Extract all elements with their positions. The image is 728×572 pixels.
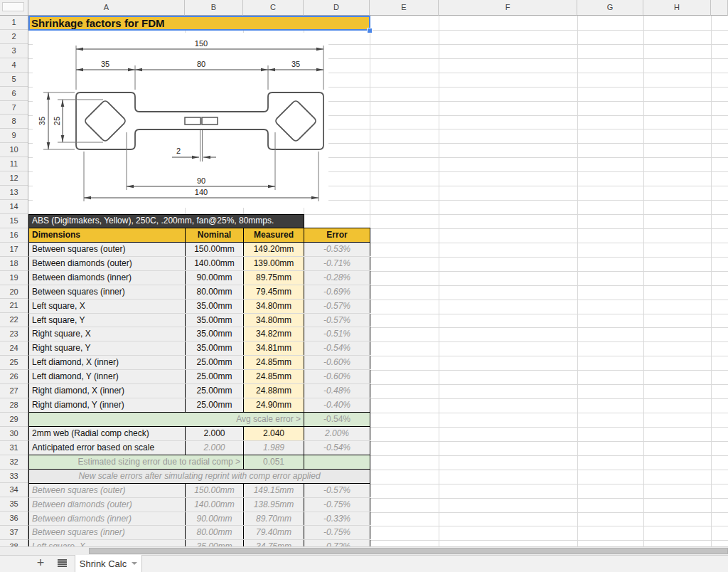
row-header-9[interactable]: 9	[0, 129, 28, 143]
row-header-33[interactable]: 33	[0, 470, 28, 484]
cell-dimension[interactable]: Between diamonds (outer)	[29, 257, 186, 270]
row-header-34[interactable]: 34	[0, 483, 28, 497]
cell-measured[interactable]: 89.70mm	[244, 512, 304, 526]
row-header-16[interactable]: 16	[0, 228, 28, 243]
row-header-17[interactable]: 17	[0, 243, 28, 257]
cell-dimension[interactable]: 2mm web (Radial comp check)	[29, 427, 186, 440]
cell-dimension[interactable]: Between diamonds (inner)	[29, 512, 186, 526]
cell-measured[interactable]: 138.95mm	[244, 498, 304, 512]
cell-nominal[interactable]: 2.000	[186, 441, 244, 455]
row-header-12[interactable]: 12	[0, 171, 28, 186]
row-header-22[interactable]: 22	[0, 313, 28, 327]
cell-dimension[interactable]: Left diamond, Y (inner)	[29, 370, 186, 383]
cell-measured[interactable]: 24.90mm	[244, 398, 304, 412]
spec-cell[interactable]: ABS (Digitmakers, Yellow), 250C, .200mm,…	[29, 214, 304, 228]
cell-dimension[interactable]: Between squares (inner)	[29, 285, 186, 299]
cell-dimension[interactable]: Right diamond, X (inner)	[29, 384, 186, 398]
row-header-37[interactable]: 37	[0, 526, 28, 540]
estimated-error-label[interactable]: Estimated sizing error due to radial com…	[29, 455, 244, 469]
row-header-13[interactable]: 13	[0, 186, 28, 200]
cell-measured[interactable]: 89.75mm	[244, 271, 304, 285]
row-header-25[interactable]: 25	[0, 356, 28, 370]
avg-scale-error-value[interactable]: -0.54%	[304, 413, 370, 426]
column-header-B[interactable]: B	[185, 0, 243, 16]
row-header-24[interactable]: 24	[0, 341, 28, 356]
cell-measured[interactable]: 34.82mm	[244, 327, 304, 341]
cell-nominal[interactable]: 25.00mm	[186, 398, 244, 412]
cell-measured[interactable]: 34.80mm	[244, 314, 304, 327]
row-header-35[interactable]: 35	[0, 497, 28, 512]
cell-error[interactable]: -0.57%	[304, 484, 370, 497]
row-header-4[interactable]: 4	[0, 58, 28, 73]
avg-scale-error-label[interactable]: Avg scale error >	[29, 413, 304, 426]
cell-nominal[interactable]: 80.00mm	[186, 285, 244, 299]
row-header-20[interactable]: 20	[0, 285, 28, 300]
cell-dimension[interactable]: Between diamonds (inner)	[29, 271, 186, 285]
row-header-11[interactable]: 11	[0, 157, 28, 171]
column-header-A[interactable]: A	[28, 0, 185, 16]
cell-nominal[interactable]: 150.00mm	[186, 243, 244, 256]
row-header-29[interactable]: 29	[0, 413, 28, 427]
cell-error[interactable]: -0.75%	[304, 526, 370, 539]
header-error[interactable]: Error	[304, 228, 370, 242]
cell-nominal[interactable]: 35.00mm	[186, 540, 244, 546]
cell-error[interactable]: -0.48%	[304, 384, 370, 398]
cell-dimension[interactable]: Between diamonds (outer)	[29, 498, 186, 512]
column-header-D[interactable]: D	[304, 0, 370, 16]
cell-dimension[interactable]: Between squares (inner)	[29, 526, 186, 539]
cell-nominal[interactable]: 80.00mm	[186, 526, 244, 539]
selection-fill-handle[interactable]	[367, 28, 373, 33]
row-header-14[interactable]: 14	[0, 200, 28, 214]
cell-dimension[interactable]: Left square, X	[29, 540, 186, 546]
row-header-27[interactable]: 27	[0, 384, 28, 398]
header-measured[interactable]: Measured	[244, 228, 304, 242]
row-header-2[interactable]: 2	[0, 30, 28, 44]
row-header-7[interactable]: 7	[0, 101, 28, 115]
select-all-corner[interactable]	[0, 0, 28, 16]
cell-dimension[interactable]: Right square, X	[29, 327, 186, 341]
row-header-36[interactable]: 36	[0, 512, 28, 526]
row-header-18[interactable]: 18	[0, 257, 28, 271]
row-header-3[interactable]: 3	[0, 44, 28, 58]
row-header-28[interactable]: 28	[0, 398, 28, 413]
cell-error[interactable]: -0.54%	[304, 341, 370, 355]
row-header-38[interactable]: 38	[0, 540, 28, 546]
cell-nominal[interactable]: 90.00mm	[186, 271, 244, 285]
column-header-F[interactable]: F	[439, 0, 577, 16]
row-header-8[interactable]: 8	[0, 115, 28, 129]
cell-measured[interactable]: 149.20mm	[244, 243, 304, 256]
cell-dimension[interactable]: Anticipated error based on scale	[29, 441, 186, 455]
cell-error[interactable]: -0.54%	[304, 441, 370, 455]
cell-nominal[interactable]: 35.00mm	[186, 327, 244, 341]
cell-measured[interactable]: 79.45mm	[244, 285, 304, 299]
cell-dimension[interactable]: Right square, Y	[29, 341, 186, 355]
add-sheet-button[interactable]: +	[31, 555, 50, 571]
cell-error[interactable]: -0.69%	[304, 285, 370, 299]
row-header-32[interactable]: 32	[0, 455, 28, 470]
cell-measured[interactable]: 24.88mm	[244, 384, 304, 398]
row-header-6[interactable]: 6	[0, 87, 28, 101]
cell-error[interactable]: 2.00%	[304, 427, 370, 440]
row-header-1[interactable]: 1	[0, 16, 28, 30]
cell-dimension[interactable]: Left diamond, X (inner)	[29, 356, 186, 369]
cell-measured[interactable]: 139.00mm	[244, 257, 304, 270]
cell-error[interactable]: -0.60%	[304, 370, 370, 383]
cell-nominal[interactable]: 140.00mm	[186, 257, 244, 270]
row-header-15[interactable]: 15	[0, 214, 28, 228]
cell-measured[interactable]: 2.040	[244, 427, 304, 440]
cell-measured[interactable]: 24.85mm	[244, 356, 304, 369]
cell-measured[interactable]: 79.40mm	[244, 526, 304, 539]
cell-dimension[interactable]: Between squares (outer)	[29, 484, 186, 497]
header-dimensions[interactable]: Dimensions	[29, 228, 186, 242]
cell-nominal[interactable]: 90.00mm	[186, 512, 244, 526]
cell-nominal[interactable]: 140.00mm	[186, 498, 244, 512]
cell-measured[interactable]: 1.989	[244, 441, 304, 455]
cell-nominal[interactable]: 35.00mm	[186, 300, 244, 313]
cell-error[interactable]: -0.28%	[304, 271, 370, 285]
cell-nominal[interactable]: 35.00mm	[186, 341, 244, 355]
cell-error[interactable]: -0.57%	[304, 314, 370, 327]
cell-error[interactable]: -0.72%	[304, 540, 370, 546]
title-cell[interactable]: Shrinkage factors for FDM	[29, 16, 370, 31]
header-nominal[interactable]: Nominal	[186, 228, 244, 242]
cell-dimension[interactable]: Right diamond, Y (inner)	[29, 398, 186, 412]
